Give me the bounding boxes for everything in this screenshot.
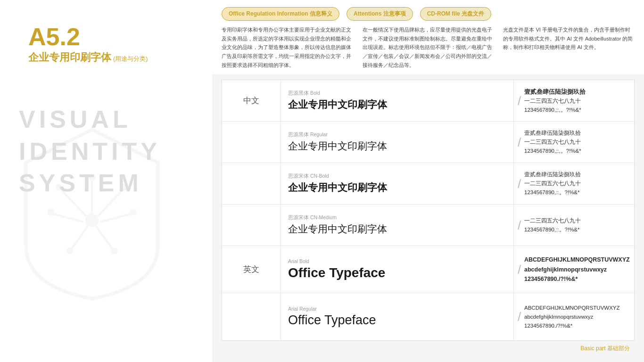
font-sample-4: 企业专用中文印刷字体 (288, 222, 506, 236)
font-row-4: 思源宋体 CN-Medium 企业专用中文印刷字体 / 一二三四五六七八九十 1… (222, 205, 634, 246)
demo-col-1: 思源黑体 Bold 企业专用中文印刷字体 (281, 80, 514, 121)
chars-line-5-2: 1234567890./?!%&* (524, 274, 628, 284)
chars-line-1-2: 1234567890,;:,。?!%&* (524, 106, 628, 115)
font-row-3: 思源宋体 CN-Bold 企业专用中文印刷字体 / 壹贰叁肆伍陆柒捌玖拾 一二三… (222, 163, 634, 205)
chars-line-2-2: 1234567890,;:,。?!%&* (524, 147, 628, 156)
slash-4: / (518, 218, 521, 232)
svg-line-7 (96, 226, 113, 249)
demo-col-5: Arial Bold Office Typeface (281, 246, 514, 293)
category-cn: 中文 (222, 80, 281, 121)
header-col-2: 在一般情况下使用品牌标志，应尽量使用提供的光盘电子文件，不建议使用标准制图绘制标… (363, 25, 494, 69)
chars-line-6-1: abcdefghijklmnopqrstuvwxyz (524, 313, 628, 321)
font-name-6: Arial Regular (288, 306, 506, 312)
slash-2: / (518, 135, 521, 149)
chars-col-6: / ABCDEFGHIJKLMNOPQRSTUVWXYZ abcdefghijk… (514, 293, 634, 340)
chars-line-5-0: ABCDEFGHIJKLMNOPQRSTUVWXYZ (524, 255, 628, 265)
chars-line-1-1: 一二三四五六七八九十 (524, 97, 628, 106)
chars-line-6-2: 1234567890./?!%&* (524, 321, 628, 330)
font-sample-2: 企业专用中文印刷字体 (288, 140, 506, 153)
info-box-3-title: CD-ROM file 光盘文件 (420, 7, 491, 21)
svg-point-14 (111, 247, 117, 254)
svg-point-0 (85, 214, 99, 227)
chars-col-5: / ABCDEFGHIJKLMNOPQRSTUVWXYZ abcdefghijk… (514, 246, 634, 293)
slash-6: / (518, 310, 521, 324)
page-title-main: 企业专用印刷字体 (28, 50, 111, 65)
demo-col-2: 思源黑体 Regular 企业专用中文印刷字体 (281, 122, 514, 163)
demo-col-4: 思源宋体 CN-Medium 企业专用中文印刷字体 (281, 205, 514, 246)
info-box-1-title: Office Regulation Information 信息释义 (222, 7, 339, 21)
slash-1: / (518, 93, 521, 108)
font-name-4: 思源宋体 CN-Medium (288, 214, 506, 221)
category-en-2 (222, 293, 281, 340)
font-sample-5: Office Typeface (288, 265, 506, 280)
font-row-1: 中文 思源黑体 Bold 企业专用中文印刷字体 / 壹贰叁肆伍陆柒捌玖拾 一二三… (222, 80, 634, 122)
chars-col-3: / 壹贰叁肆伍陆柒捌玖拾 一二三四五六七八九十 1234567890,::。?!… (514, 163, 634, 204)
chars-col-1: / 壹贰叁肆伍陆柒捌玖拾 一二三四五六七八九十 1234567890,;:,。?… (514, 80, 634, 121)
chars-line-2-1: 一二三四五六七八九十 (524, 138, 628, 147)
font-row-2: 思源黑体 Regular 企业专用中文印刷字体 / 壹贰叁肆伍陆柒捌玖拾 一二三… (222, 122, 634, 163)
right-panel: Office Regulation Information 信息释义 Atten… (212, 0, 644, 362)
svg-line-6 (71, 226, 88, 249)
font-row-5: 英文 Arial Bold Office Typeface / ABCDEFGH… (222, 246, 634, 293)
category-en: 英文 (222, 246, 281, 293)
chars-line-4-0: 一二三四五六七八九十 (524, 216, 628, 225)
demo-col-6: Arial Regular Office Typeface (281, 293, 514, 340)
font-table: 中文 思源黑体 Bold 企业专用中文印刷字体 / 壹贰叁肆伍陆柒捌玖拾 一二三… (222, 80, 635, 341)
left-panel: A5.2 企业专用印刷字体 (用途与分类) VISUAL IDENTITY SY… (0, 0, 212, 362)
page-title-sub: (用途与分类) (113, 55, 148, 63)
category-cn-4 (222, 205, 281, 246)
info-box-2-title: Attentions 注意事项 (347, 7, 413, 21)
font-name-2: 思源黑体 Regular (288, 132, 506, 138)
chars-line-5-1: abcdefghijklmnopqrstuvwxyz (524, 265, 628, 275)
category-cn-2 (222, 122, 281, 163)
header-text-cols: 专用印刷字体和专用办公字体主要应用于企业文献的正文及实务用品，所选定的字体用以实… (222, 25, 635, 69)
chars-line-1-0: 壹贰叁肆伍陆柒捌玖拾 (524, 87, 628, 97)
header-col-1: 专用印刷字体和专用办公字体主要应用于企业文献的正文及实务用品，所选定的字体用以实… (222, 25, 353, 69)
svg-point-13 (66, 247, 73, 254)
chars-col-4: / 一二三四五六七八九十 1234567890,::。?!%&* (514, 205, 634, 246)
page-code: A5.2 (28, 24, 148, 50)
chars-col-2: / 壹贰叁肆伍陆柒捌玖拾 一二三四五六七八九十 1234567890,;:,。?… (514, 122, 634, 163)
svg-line-5 (100, 214, 132, 222)
info-boxes-row: Office Regulation Information 信息释义 Atten… (222, 7, 635, 21)
font-row-6: Arial Regular Office Typeface / ABCDEFGH… (222, 293, 634, 340)
slash-3: / (518, 176, 521, 191)
svg-line-3 (52, 214, 84, 222)
svg-point-10 (48, 209, 54, 215)
header-col-3: 光盘文件是本 VI 手册电子文件的集合，内含手册制作时的专用软件格式文件。其中 … (503, 25, 635, 69)
font-sample-6: Office Typeface (288, 313, 506, 328)
font-name-5: Arial Bold (288, 258, 506, 264)
demo-col-3: 思源宋体 CN-Bold 企业专用中文印刷字体 (281, 163, 514, 204)
category-cn-3 (222, 163, 281, 204)
top-header: Office Regulation Information 信息释义 Atten… (212, 0, 644, 74)
chars-line-6-0: ABCDEFGHIJKLMNOPQRSTUVWXYZ (524, 304, 628, 313)
chars-line-3-0: 壹贰叁肆伍陆柒捌玖拾 (524, 170, 628, 179)
svg-point-12 (130, 209, 137, 215)
slash-5: / (518, 262, 521, 277)
chars-line-3-1: 一二三四五六七八九十 (524, 179, 628, 188)
font-sample-1: 企业专用中文印刷字体 (288, 98, 506, 111)
footer-label: Basic part 基础部分 (580, 345, 630, 353)
font-name-3: 思源宋体 CN-Bold (288, 173, 506, 180)
font-sample-3: 企业专用中文印刷字体 (288, 181, 506, 194)
chars-line-3-2: 1234567890,::。?!%&* (524, 188, 628, 197)
vis-identity-text: VISUAL IDENTITY SYSTEM (19, 104, 161, 199)
font-name-1: 思源黑体 Bold (288, 90, 506, 97)
chars-line-4-1: 1234567890,::。?!%&* (524, 225, 628, 234)
chars-line-2-0: 壹贰叁肆伍陆柒捌玖拾 (524, 129, 628, 138)
title-section: A5.2 企业专用印刷字体 (用途与分类) (28, 24, 148, 65)
